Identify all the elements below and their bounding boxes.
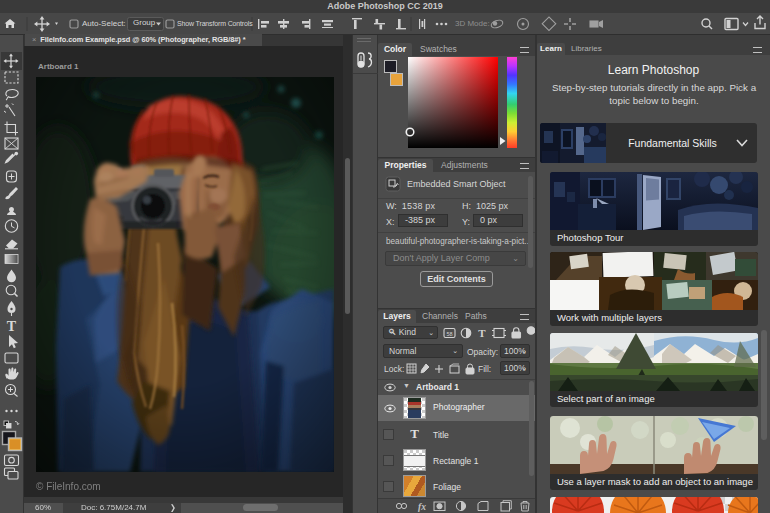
- svg-text:58: 58: [446, 331, 452, 337]
- svg-text:T: T: [478, 327, 486, 339]
- svg-text:fx: fx: [418, 502, 426, 512]
- svg-text:T: T: [7, 319, 17, 334]
